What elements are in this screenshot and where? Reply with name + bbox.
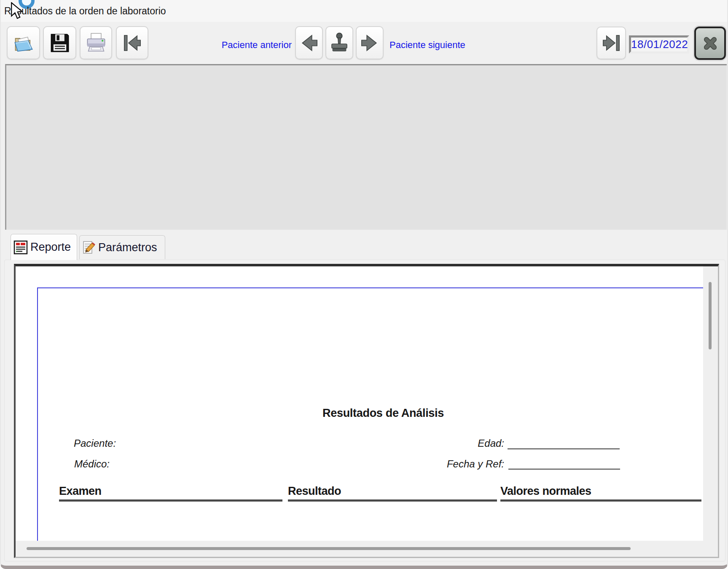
first-record-button[interactable] bbox=[116, 26, 148, 59]
last-record-button[interactable] bbox=[596, 27, 626, 59]
date-ref-fill-line bbox=[508, 469, 620, 470]
column-underline bbox=[288, 499, 497, 502]
next-record-button[interactable] bbox=[356, 26, 384, 59]
date-field[interactable]: 18/01/2022 bbox=[629, 35, 689, 54]
age-fill-line bbox=[508, 448, 620, 449]
age-label: Edad: bbox=[399, 437, 504, 449]
window-title: Resultados de la orden de laboratorio bbox=[4, 5, 166, 17]
tab-reporte-label: Reporte bbox=[30, 241, 71, 254]
tab-parametros-label: Parámetros bbox=[98, 241, 157, 254]
first-record-icon bbox=[121, 32, 144, 54]
report-tab-icon bbox=[13, 240, 28, 255]
tab-parametros[interactable]: Parámetros bbox=[79, 235, 165, 259]
print-icon bbox=[85, 32, 107, 54]
open-button[interactable] bbox=[7, 26, 40, 59]
title-bar: Resultados de la orden de laboratorio bbox=[1, 0, 727, 22]
print-button[interactable] bbox=[80, 26, 112, 59]
column-underline bbox=[59, 499, 282, 502]
column-header-valores-normales: Valores normales bbox=[500, 485, 591, 498]
patient-label: Paciente: bbox=[74, 437, 116, 449]
doctor-label: Médico: bbox=[74, 458, 110, 470]
parameters-tab-icon bbox=[82, 240, 96, 255]
vertical-scrollbar[interactable] bbox=[703, 266, 718, 541]
tab-reporte[interactable]: Reporte bbox=[11, 234, 77, 260]
page-border-top bbox=[37, 287, 703, 288]
pointer-cursor-icon bbox=[10, 2, 24, 21]
horizontal-scrollbar-thumb[interactable] bbox=[27, 547, 631, 550]
save-icon bbox=[49, 32, 71, 54]
stamp-icon bbox=[328, 32, 351, 54]
report-page: Resultados de Análisis Paciente: Médico:… bbox=[16, 266, 703, 541]
report-tab-panel: Resultados de Análisis Paciente: Médico:… bbox=[4, 260, 725, 561]
last-record-icon bbox=[600, 32, 623, 54]
column-header-examen: Examen bbox=[59, 485, 102, 498]
page-border-left bbox=[37, 287, 38, 541]
close-button[interactable] bbox=[694, 27, 726, 60]
next-record-icon bbox=[358, 32, 381, 54]
close-icon bbox=[701, 34, 720, 53]
column-header-resultado: Resultado bbox=[288, 485, 341, 498]
prev-patient-label: Paciente anterior bbox=[191, 40, 292, 51]
open-folder-icon bbox=[13, 32, 35, 54]
horizontal-scrollbar[interactable] bbox=[16, 541, 718, 557]
stamp-button[interactable] bbox=[325, 26, 353, 59]
date-ref-label: Fecha y Ref: bbox=[399, 458, 504, 470]
save-button[interactable] bbox=[43, 26, 76, 59]
previous-record-button[interactable] bbox=[295, 26, 323, 59]
orders-grid-area[interactable] bbox=[5, 64, 727, 230]
vertical-scrollbar-thumb[interactable] bbox=[709, 282, 712, 349]
column-underline bbox=[500, 499, 701, 502]
report-viewport: Resultados de Análisis Paciente: Médico:… bbox=[14, 264, 719, 558]
report-title: Resultados de Análisis bbox=[299, 407, 467, 420]
lab-results-window: Resultados de la orden de laboratorio bbox=[0, 0, 728, 569]
previous-record-icon bbox=[298, 32, 320, 54]
next-patient-label: Paciente siguiente bbox=[390, 40, 465, 51]
